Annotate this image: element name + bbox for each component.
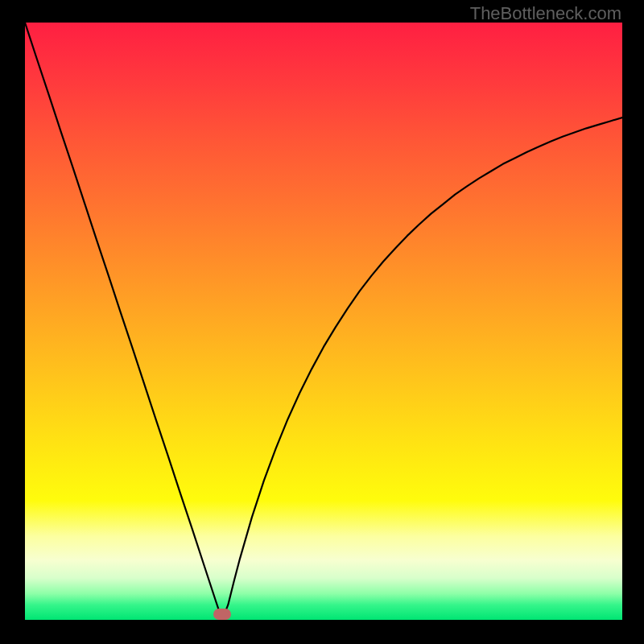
chart-outer-frame: TheBottleneck.com [0, 0, 644, 644]
chart-curve [25, 23, 622, 620]
watermark-text: TheBottleneck.com [470, 3, 621, 24]
chart-min-marker [213, 609, 231, 620]
chart-plot-area [25, 23, 622, 620]
